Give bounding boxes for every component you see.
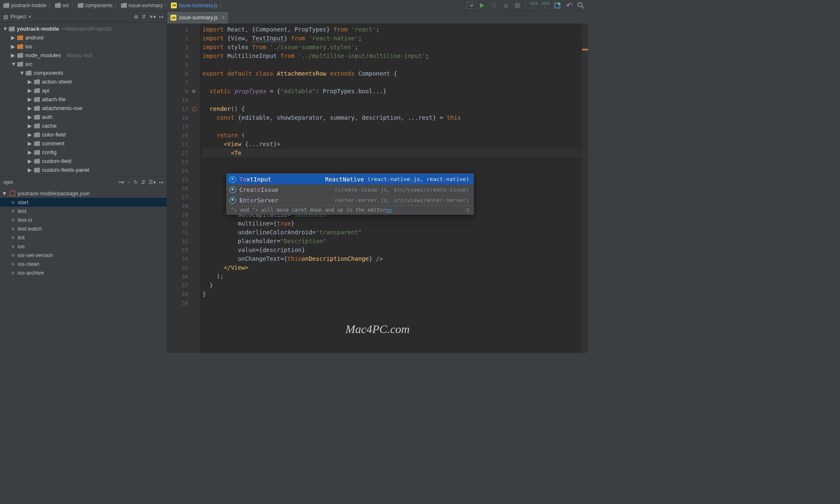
settings-icon[interactable]: ✶▾ — [149, 14, 156, 20]
npm-script[interactable]: test — [0, 207, 167, 215]
search-icon[interactable] — [577, 2, 585, 9]
npm-script[interactable]: lint — [0, 233, 167, 242]
chevron-down-icon[interactable]: ▾ — [29, 14, 31, 20]
kw: import — [202, 52, 224, 59]
completion-item[interactable]: TextInput ReactNative (react-native.js, … — [227, 174, 473, 184]
chevron-right-icon: 〉 — [219, 2, 224, 9]
npm-script[interactable]: test:watch — [0, 224, 167, 233]
completion-item[interactable]: EnterServer (enter-server.js, src/views/… — [227, 195, 473, 205]
folder-icon — [9, 26, 15, 32]
tree-item[interactable]: ▶color-field — [0, 130, 167, 139]
remove-icon[interactable]: − — [127, 179, 130, 185]
kw: import — [202, 44, 224, 50]
item-label: ios — [25, 43, 32, 50]
root-name: youtrack-mobile — [17, 26, 59, 32]
crumb-components[interactable]: components — [78, 3, 113, 8]
folder-icon — [34, 150, 40, 155]
npm-script[interactable]: ios-set-version — [0, 251, 167, 260]
script-label: ios-clean — [18, 261, 39, 267]
crumb-src[interactable]: src — [55, 3, 69, 8]
chevron-down-icon: ▼ — [3, 26, 7, 32]
type: ReactNative — [325, 176, 364, 183]
react-icon — [229, 186, 236, 193]
folder-icon — [34, 159, 40, 164]
bullet-icon — [12, 236, 14, 239]
crumb-file[interactable]: JSissue-summary.js — [171, 3, 217, 8]
editor-tab[interactable]: JS issue-summary.js × — [167, 12, 228, 24]
back-icon[interactable]: ↶ — [565, 2, 573, 9]
hide-icon[interactable]: ↦ — [159, 14, 163, 20]
npm-script[interactable]: test-ci — [0, 215, 167, 224]
locate-icon[interactable]: ⊕ — [134, 14, 138, 20]
tree-item[interactable]: ▶custom-fields-panel — [0, 165, 167, 174]
kw: from — [291, 35, 305, 42]
chevron-right-icon: 〉 — [71, 2, 76, 9]
close-icon[interactable]: × — [222, 15, 225, 21]
chevron-right-icon: ▶ — [11, 34, 15, 41]
ident: {editable, showSeparator, summary, descr… — [238, 114, 446, 121]
pi-icon[interactable]: π — [466, 207, 469, 213]
completion-item[interactable]: CreateIssue (create-issue.js, src/views/… — [227, 184, 473, 195]
run-icon[interactable] — [478, 2, 486, 9]
bullet-icon — [12, 201, 14, 204]
project-tool-icon[interactable]: ▤ — [3, 14, 8, 20]
collapse-icon[interactable]: ⇵ — [142, 14, 146, 20]
collapse-icon[interactable]: ⇵ — [141, 179, 145, 185]
npm-script[interactable]: ios — [0, 242, 167, 251]
vcs-update-icon[interactable]: VCS↓ — [530, 2, 538, 9]
ident: MultilineInput — [227, 52, 277, 59]
crumb-root[interactable]: youtrack-mobile — [3, 3, 47, 8]
tree-root[interactable]: ▼ youtrack-mobile ~/WebstormProjects/ — [0, 24, 167, 33]
add-icon[interactable]: +▾ — [118, 179, 124, 185]
warning-marker[interactable] — [582, 49, 588, 50]
this: this — [287, 255, 302, 262]
sync-icon[interactable] — [554, 2, 561, 9]
chevron-right-icon: ▶ — [28, 167, 32, 173]
tree-item[interactable]: ▶attach-file — [0, 95, 167, 104]
chevron-right-icon: 〉 — [164, 2, 169, 9]
tree-item[interactable]: ▶cache — [0, 121, 167, 130]
tree-item-android[interactable]: ▶android — [0, 33, 167, 42]
tree-item[interactable]: ▶custom-field — [0, 157, 167, 165]
rest: xtInput — [247, 176, 271, 183]
npm-script[interactable]: ios-archive — [0, 268, 167, 277]
npm-script[interactable]: ios-clean — [0, 260, 167, 268]
tree-item-node-modules[interactable]: ▶node_modules library root — [0, 51, 167, 60]
debug-icon[interactable] — [490, 2, 498, 9]
vcs-label: VCS — [542, 1, 550, 5]
crumb-issue-summary[interactable]: issue-summary — [121, 3, 163, 8]
tree-item-components[interactable]: ▼components — [0, 68, 167, 77]
root-path: ~/WebstormProjects/ — [61, 26, 112, 32]
tree-item[interactable]: ▶config — [0, 148, 167, 157]
tree-item-ios[interactable]: ▶ios — [0, 42, 167, 51]
footer-link[interactable]: >> — [386, 207, 391, 213]
vcs-commit-icon[interactable]: VCS↑ — [542, 2, 549, 9]
override-icon[interactable] — [192, 107, 197, 111]
chevron-right-icon: ▶ — [28, 123, 32, 129]
filter-icon[interactable]: ☰▾ — [149, 179, 156, 185]
tree-item[interactable]: ▶auth — [0, 113, 167, 121]
npm-root[interactable]: ▼youtrack-mobile/package.json — [0, 189, 167, 198]
item-label: custom-field — [42, 158, 71, 164]
hide-icon[interactable]: ↦ — [159, 179, 163, 185]
error-stripe[interactable] — [582, 24, 588, 353]
tree-item[interactable]: ▶api — [0, 86, 167, 95]
class-name: AttachmentsRow — [277, 70, 326, 77]
npm-script-start[interactable]: start — [0, 198, 167, 207]
script-label: test — [18, 208, 26, 214]
folder-icon — [26, 71, 32, 76]
kw: import — [202, 26, 224, 33]
tree-item-src[interactable]: ▼src — [0, 60, 167, 68]
npm-panel: npm +▾ − ↻ ⇵ ☰▾ ↦ ▼youtrack-mobile/packa… — [0, 176, 167, 353]
run-config-dropdown-icon[interactable] — [467, 2, 474, 9]
stop-icon[interactable] — [514, 2, 521, 9]
coverage-icon[interactable]: ▦ — [502, 2, 509, 9]
bullet-icon — [12, 272, 14, 274]
str: './issue-summary.styles' — [270, 44, 354, 50]
tree-item[interactable]: ▶action-sheet — [0, 77, 167, 86]
tree-item[interactable]: ▶attachments-row — [0, 104, 167, 113]
tree-item[interactable]: ▶comment — [0, 139, 167, 148]
this: this — [447, 114, 461, 121]
refresh-icon[interactable]: ↻ — [134, 179, 138, 185]
project-panel-header: ▤ Project ▾ ⊕ ⇵ ✶▾ ↦ — [0, 11, 167, 23]
